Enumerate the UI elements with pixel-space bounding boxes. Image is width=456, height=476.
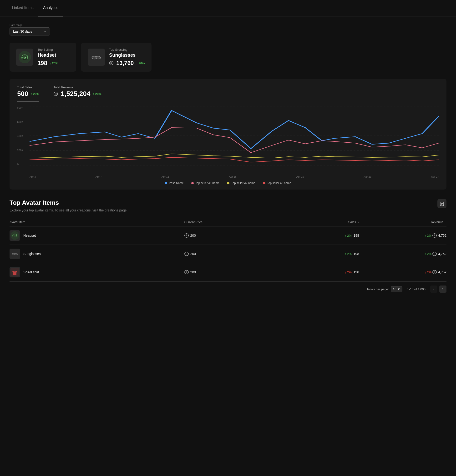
metric-revenue-change: ↑ 20% — [93, 92, 101, 96]
legend-pass-name: Pass Name — [165, 181, 184, 185]
col-revenue[interactable]: Revenue ↓ — [359, 218, 447, 226]
sales-value: 198 — [353, 234, 359, 238]
cell-sales: ↓ 2% 198 — [272, 263, 359, 281]
legend-seller2: Top seller #2 name — [227, 181, 255, 185]
revenue-change: ↓ 2% — [425, 271, 431, 274]
export-button[interactable] — [438, 199, 447, 208]
top-selling-image — [16, 49, 33, 66]
avatar-items-table: Avatar Item Current Price Sales ↓ Revenu… — [9, 218, 447, 281]
rows-per-page-select[interactable]: 10 ▼ — [391, 286, 402, 292]
metric-total-revenue[interactable]: Total Revenue R 1,525,204 ↑ 20% — [54, 85, 102, 102]
date-range-label: Date range — [9, 24, 447, 26]
cell-revenue: ↑ 2% R 4,752 — [359, 226, 447, 245]
date-range-dropdown[interactable]: Last 30 days ▼ — [9, 27, 50, 35]
svg-point-12 — [92, 56, 96, 59]
tabs-container: Linked Items Analytics — [0, 0, 456, 17]
top-grossing-card: Top Grossing Sunglasses R 13,760 ↑ 20% — [81, 43, 152, 72]
chevron-down-icon: ▼ — [43, 30, 46, 33]
revenue-value-text: 4,752 — [438, 270, 447, 274]
robux-icon-revenue: R — [54, 92, 58, 96]
cell-price: R 200 — [184, 263, 272, 281]
robux-icon: R — [109, 61, 113, 65]
x-label-0: Apr 3 — [30, 175, 36, 178]
prev-page-button[interactable]: ‹ — [430, 286, 438, 293]
svg-rect-2 — [21, 57, 23, 59]
table-row: Spiral shirt R 200 ↓ 2% 198 ↓ 2% R 4,752 — [9, 263, 447, 281]
cell-revenue: ↑ 2% R 4,752 — [359, 245, 447, 263]
cell-price: R 200 — [184, 245, 272, 263]
revenue-value-text: 4,752 — [438, 252, 447, 256]
next-page-button[interactable]: › — [439, 286, 447, 293]
table-row: Sunglasses R 200 ↑ 2% 198 ↑ 2% R 4,752 — [9, 245, 447, 263]
top-cards: Top Selling Headset 198 ↑ 20% — [9, 43, 447, 72]
svg-rect-25 — [16, 235, 17, 237]
rows-chevron-icon: ▼ — [397, 287, 401, 291]
revenue-change: ↑ 2% — [425, 234, 431, 238]
top-grossing-name: Sunglasses — [109, 52, 145, 58]
item-name: Sunglasses — [23, 252, 41, 256]
robux-price-icon: R — [184, 270, 189, 274]
robux-price-icon: R — [184, 252, 189, 256]
x-label-3: Apr 15 — [229, 175, 237, 178]
metric-sales-value: 500 ↑ 20% — [17, 90, 39, 102]
date-range-value: Last 30 days — [13, 30, 32, 33]
price-value: 200 — [190, 270, 196, 274]
cell-price: R 200 — [184, 226, 272, 245]
item-thumbnail — [9, 267, 20, 277]
svg-rect-3 — [27, 57, 28, 59]
legend-color-pass — [165, 182, 167, 184]
top-grossing-info: Top Grossing Sunglasses R 13,760 ↑ 20% — [109, 48, 145, 67]
top-selling-label: Top Selling — [38, 48, 58, 51]
chart-legend: Pass Name Top seller #1 name Top seller … — [17, 181, 439, 185]
x-label-2: Apr 11 — [162, 175, 169, 178]
x-label-1: Apr 7 — [95, 175, 102, 178]
date-range-section: Date range Last 30 days ▼ — [9, 24, 447, 35]
table-row: Headset R 200 ↑ 2% 198 ↑ 2% R 4,752 — [9, 226, 447, 245]
cell-item-name: Headset — [9, 226, 184, 245]
legend-seller1: Top seller #1 name — [191, 181, 219, 185]
metric-total-sales[interactable]: Total Sales 500 ↑ 20% — [17, 85, 39, 102]
legend-label-seller1: Top seller #1 name — [195, 181, 219, 185]
chart-section: Total Sales 500 ↑ 20% Total Revenue R 1,… — [9, 79, 447, 189]
robux-revenue-icon: R — [432, 270, 437, 274]
top-grossing-image — [88, 49, 105, 66]
tab-linked-items[interactable]: Linked Items — [7, 0, 38, 17]
y-axis: 800K 600K 400K 200K 0 — [17, 106, 29, 166]
table-subtitle: Explore your top avatar items. To see al… — [9, 208, 128, 212]
page-navigation: ‹ › — [430, 286, 447, 293]
cell-item-name: Spiral shirt — [9, 263, 184, 281]
tab-analytics[interactable]: Analytics — [38, 0, 63, 17]
svg-rect-24 — [12, 235, 13, 237]
robux-revenue-icon: R — [432, 252, 437, 256]
top-grossing-count: 13,760 — [116, 60, 134, 67]
svg-point-5 — [24, 57, 25, 58]
metric-sales-label: Total Sales — [17, 85, 39, 89]
metric-revenue-label: Total Revenue — [54, 85, 102, 89]
top-selling-change: ↑ 20% — [50, 61, 58, 65]
cell-item-name: Sunglasses — [9, 245, 184, 263]
top-selling-name: Headset — [38, 52, 58, 58]
price-value: 200 — [190, 234, 196, 238]
metric-sales-change: ↑ 20% — [31, 92, 39, 96]
chart-canvas — [30, 106, 439, 166]
robux-revenue-icon: R — [432, 233, 437, 238]
legend-color-seller3 — [263, 182, 265, 184]
top-selling-count: 198 — [38, 60, 47, 67]
legend-color-seller1 — [191, 182, 194, 184]
revenue-value-text: 4,752 — [438, 234, 447, 238]
top-grossing-change: ↑ 20% — [136, 61, 145, 65]
x-label-5: Apr 23 — [364, 175, 371, 178]
sales-change: ↑ 2% — [345, 234, 352, 238]
item-thumbnail — [9, 230, 20, 241]
sales-change: ↑ 2% — [345, 252, 352, 256]
col-current-price: Current Price — [184, 218, 272, 226]
col-sales[interactable]: Sales ↓ — [272, 218, 359, 226]
svg-point-6 — [25, 57, 26, 58]
chart-area: 800K 600K 400K 200K 0 — [17, 106, 439, 173]
svg-point-13 — [96, 56, 100, 59]
sort-sales-icon: ↓ — [358, 221, 359, 224]
item-name: Spiral shirt — [23, 270, 39, 274]
svg-rect-19 — [440, 202, 444, 206]
col-avatar-item: Avatar Item — [9, 218, 184, 226]
page-range: 1-10 of 1,000 — [407, 287, 425, 291]
